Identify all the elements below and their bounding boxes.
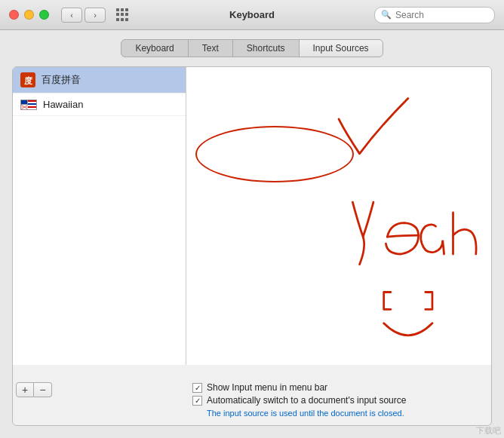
panel-inner: 度 百度拼音 <box>13 67 491 365</box>
bottom-bar: + − ✓ Show Input menu in menu bar ✓ Auto… <box>13 365 491 425</box>
tab-text[interactable]: Text <box>189 40 233 57</box>
show-input-menu-label: Show Input menu in menu bar <box>207 382 327 393</box>
grid-dot <box>125 13 128 16</box>
grid-dot <box>116 8 119 11</box>
handwriting-svg <box>186 67 491 365</box>
add-button[interactable]: + <box>16 382 34 397</box>
traffic-lights <box>9 10 49 20</box>
remove-button[interactable]: − <box>34 382 52 397</box>
auto-switch-label: Automatically switch to a document's inp… <box>207 395 406 406</box>
bottom-right: ✓ Show Input menu in menu bar ✓ Automati… <box>186 382 491 418</box>
baidu-label: 百度拼音 <box>41 73 81 87</box>
sidebar-list: 度 百度拼音 <box>13 67 186 365</box>
tab-keyboard[interactable]: Keyboard <box>121 40 188 57</box>
checkbox-row-1: ✓ Show Input menu in menu bar <box>192 382 491 393</box>
search-box[interactable]: 🔍 <box>374 7 495 23</box>
checkbox-row-2: ✓ Automatically switch to a document's i… <box>192 395 491 406</box>
close-button[interactable] <box>9 10 19 20</box>
grid-icon[interactable] <box>116 8 130 22</box>
du-icon: 度 <box>20 72 35 87</box>
show-input-menu-checkbox[interactable]: ✓ <box>192 383 202 393</box>
list-item-baidu[interactable]: 度 百度拼音 <box>13 67 186 93</box>
grid-dot <box>125 8 128 11</box>
grid-dot <box>121 13 124 16</box>
hawaiian-flag-icon <box>20 100 37 110</box>
minimize-button[interactable] <box>24 10 34 20</box>
tabs-container: Keyboard Text Shortcuts Input Sources <box>121 39 383 57</box>
list-item-hawaiian[interactable]: Hawaiian <box>13 93 186 116</box>
tab-input-sources[interactable]: Input Sources <box>300 40 383 57</box>
search-input[interactable] <box>395 10 488 20</box>
svg-text:度: 度 <box>23 76 33 85</box>
main-content: Keyboard Text Shortcuts Input Sources 度 … <box>0 30 504 438</box>
grid-dot <box>121 18 124 21</box>
grid-dot <box>116 13 119 16</box>
window-title: Keyboard <box>229 9 275 20</box>
panel: 度 百度拼音 <box>12 66 492 426</box>
grid-dot <box>116 18 119 21</box>
nav-buttons: ‹ › <box>61 8 106 23</box>
tab-shortcuts[interactable]: Shortcuts <box>233 40 300 57</box>
search-icon: 🔍 <box>381 10 392 20</box>
forward-button[interactable]: › <box>85 8 106 23</box>
grid-dot <box>125 18 128 21</box>
tabs-bar: Keyboard Text Shortcuts Input Sources <box>12 39 492 57</box>
grid-dot <box>121 8 124 11</box>
maximize-button[interactable] <box>39 10 49 20</box>
watermark: 下载吧 <box>476 425 501 436</box>
bottom-controls: + − ✓ Show Input menu in menu bar ✓ Auto… <box>13 382 491 418</box>
hawaiian-label: Hawaiian <box>43 99 83 110</box>
titlebar: ‹ › Keyboard 🔍 <box>0 0 504 30</box>
bottom-left: + − <box>13 382 186 397</box>
back-button[interactable]: ‹ <box>61 8 82 23</box>
content-area <box>186 67 491 365</box>
input-source-note: The input source is used until the docum… <box>207 409 491 418</box>
auto-switch-checkbox[interactable]: ✓ <box>192 396 202 406</box>
